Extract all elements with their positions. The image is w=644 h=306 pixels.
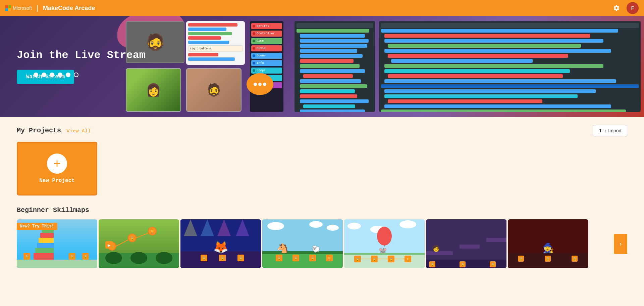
code-block <box>300 84 367 88</box>
code-block <box>300 99 369 103</box>
svg-text:🔒: 🔒 <box>389 257 393 262</box>
plus-icon: + <box>53 158 60 170</box>
banner-dot-1[interactable] <box>34 73 38 77</box>
svg-point-42 <box>267 222 284 230</box>
code-block <box>303 74 353 78</box>
svg-text:🔒: 🔒 <box>461 263 465 267</box>
svg-text:🔒: 🔒 <box>25 255 29 259</box>
code-block <box>381 84 639 88</box>
person-emoji: 🧔 <box>145 33 165 52</box>
svg-rect-5 <box>37 243 54 248</box>
scroll-right-button[interactable]: › <box>614 234 627 254</box>
menu-music: Music <box>251 45 282 51</box>
microsoft-grid-icon <box>5 5 11 11</box>
code-block <box>388 44 581 48</box>
code-block <box>300 39 369 43</box>
gear-icon <box>613 5 620 11</box>
my-projects-title: My Projects <box>17 127 61 134</box>
new-project-label: New Project <box>39 178 75 184</box>
block-row <box>188 32 232 35</box>
code-block <box>388 74 563 78</box>
svg-text:🔒: 🔒 <box>573 257 577 261</box>
import-label: ↑ Import <box>604 128 622 133</box>
svg-text:🧑: 🧑 <box>432 245 440 252</box>
code-block <box>300 44 367 48</box>
block-editor-panel: right buttons. <box>186 21 245 65</box>
svg-text:🔒: 🔒 <box>519 257 523 261</box>
svg-text:🔒: 🔒 <box>239 256 243 261</box>
code-block <box>300 110 365 112</box>
svg-text:🔒: 🔒 <box>431 263 435 267</box>
banner-dot-3[interactable] <box>50 73 54 77</box>
skillmap-card-3[interactable]: 🦊 🔒 🔒 🔒 <box>180 219 261 268</box>
code-block <box>297 29 369 33</box>
banner-dot-6[interactable] <box>74 73 78 77</box>
my-projects-header-left: My Projects View All <box>17 127 91 134</box>
skillmap-inner-2: 🔒 🔒 🏆 ▶ <box>99 219 179 268</box>
code-editor-panel-1 <box>294 21 375 112</box>
svg-text:🔒: 🔒 <box>70 255 74 259</box>
svg-text:🔒: 🔒 <box>84 255 88 259</box>
code-block <box>384 104 611 108</box>
skillmap-card-6[interactable]: 🧑 🔒 🔒 🔒 <box>426 219 506 268</box>
code-block <box>388 99 542 103</box>
svg-text:🦊: 🦊 <box>213 240 228 254</box>
svg-line-20 <box>116 239 129 246</box>
svg-rect-4 <box>39 238 54 243</box>
chat-dots <box>254 83 266 86</box>
menu-info: Info <box>251 60 282 66</box>
hero-banner: Join the Live Stream Watch Stream 🧔 👩 🧔 <box>0 16 644 117</box>
skillmaps-container: 🔒 🔒 🔒 New? Try This! <box>17 219 627 268</box>
svg-point-63 <box>377 227 392 246</box>
skillmap-card-5[interactable]: 🐭 🔒 🔒 🔒 🏆 <box>344 219 425 268</box>
svg-point-43 <box>309 221 323 228</box>
block-row <box>188 53 218 56</box>
skillmap-visual-7: 🧙 🔒 🔒 🔒 <box>508 219 588 268</box>
skillmap-card-7[interactable]: 🧙 🔒 🔒 🔒 <box>508 219 588 268</box>
skillmap-card-2[interactable]: 🔒 🔒 🏆 ▶ <box>99 219 179 268</box>
skillmaps-row: 🔒 🔒 🔒 New? Try This! <box>17 219 627 268</box>
person2-emoji: 👩 <box>146 83 161 97</box>
svg-text:🔒: 🔒 <box>294 256 298 261</box>
code-block <box>300 59 354 63</box>
settings-button[interactable] <box>610 2 623 14</box>
view-all-link[interactable]: View All <box>66 128 91 134</box>
code-block <box>384 69 570 73</box>
svg-text:🔒: 🔒 <box>220 256 225 261</box>
header-left: Microsoft | MakeCode Arcade <box>5 4 95 12</box>
skillmap-inner-6: 🧑 🔒 🔒 🔒 <box>426 219 506 268</box>
user-avatar[interactable]: F <box>627 2 639 14</box>
svg-text:🔒: 🔒 <box>311 256 315 261</box>
skillmap-card-4[interactable]: 🐴 🐑 🔒 🔒 🔒 🏆 <box>262 219 343 268</box>
svg-text:🔒: 🔒 <box>277 256 281 261</box>
svg-rect-6 <box>35 248 54 253</box>
new-project-card[interactable]: + New Project <box>17 142 97 195</box>
svg-rect-79 <box>460 245 480 249</box>
banner-pagination <box>34 73 78 77</box>
new-project-icon: + <box>47 154 67 174</box>
svg-text:🐴: 🐴 <box>277 243 288 254</box>
microsoft-label: Microsoft <box>13 5 32 11</box>
svg-text:🧙: 🧙 <box>542 243 554 254</box>
code-block <box>300 94 357 98</box>
code-block <box>384 39 603 43</box>
skillmap-inner-3: 🦊 🔒 🔒 🔒 <box>180 219 261 268</box>
block-row <box>188 36 221 40</box>
banner-dot-4[interactable] <box>58 73 62 77</box>
skillmap-visual-6: 🧑 🔒 🔒 🔒 <box>426 219 506 268</box>
skillmap-card-1[interactable]: 🔒 🔒 🔒 New? Try This! <box>17 219 97 268</box>
code-block <box>381 29 618 33</box>
menu-sprites: Sprites <box>251 23 282 29</box>
banner-dot-5[interactable] <box>66 73 70 77</box>
svg-text:🔒: 🔒 <box>491 263 495 267</box>
skillmap-visual-5: 🐭 🔒 🔒 🔒 🏆 <box>344 219 425 268</box>
skillmap-inner-4: 🐴 🐑 🔒 🔒 🔒 🏆 <box>262 219 343 268</box>
video-thumbnail-3: 🧔 <box>186 68 241 112</box>
banner-dot-2[interactable] <box>42 73 46 77</box>
import-button[interactable]: ⬆ ↑ Import <box>593 125 627 136</box>
main-content: My Projects View All ⬆ ↑ Import + New Pr… <box>0 117 644 276</box>
projects-row: + New Project <box>17 142 627 195</box>
svg-text:🔒: 🔒 <box>546 257 550 261</box>
svg-rect-7 <box>34 253 54 260</box>
microsoft-logo: Microsoft <box>5 5 32 11</box>
